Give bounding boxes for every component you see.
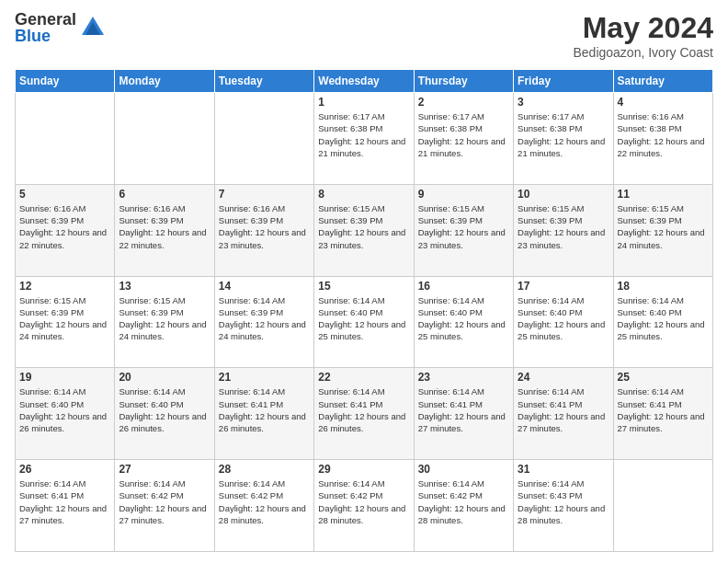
calendar-cell: 24Sunrise: 6:14 AM Sunset: 6:41 PM Dayli… — [514, 368, 613, 460]
calendar-cell: 11Sunrise: 6:15 AM Sunset: 6:39 PM Dayli… — [613, 184, 712, 276]
weekday-header: Wednesday — [314, 70, 414, 93]
weekday-header: Friday — [514, 70, 613, 93]
calendar-table: SundayMondayTuesdayWednesdayThursdayFrid… — [15, 69, 713, 552]
day-info: Sunrise: 6:16 AM Sunset: 6:39 PM Dayligh… — [119, 202, 210, 251]
calendar-cell: 9Sunrise: 6:15 AM Sunset: 6:39 PM Daylig… — [414, 184, 513, 276]
location: Bedigoazon, Ivory Coast — [573, 45, 713, 60]
day-info: Sunrise: 6:14 AM Sunset: 6:41 PM Dayligh… — [418, 385, 509, 434]
calendar-cell: 23Sunrise: 6:14 AM Sunset: 6:41 PM Dayli… — [414, 368, 513, 460]
calendar-cell: 25Sunrise: 6:14 AM Sunset: 6:41 PM Dayli… — [613, 368, 712, 460]
day-info: Sunrise: 6:14 AM Sunset: 6:41 PM Dayligh… — [219, 385, 310, 434]
calendar-cell: 5Sunrise: 6:16 AM Sunset: 6:39 PM Daylig… — [16, 184, 115, 276]
calendar-cell — [16, 93, 115, 185]
day-info: Sunrise: 6:17 AM Sunset: 6:38 PM Dayligh… — [518, 110, 609, 159]
calendar-week-row: 19Sunrise: 6:14 AM Sunset: 6:40 PM Dayli… — [16, 368, 713, 460]
day-info: Sunrise: 6:14 AM Sunset: 6:40 PM Dayligh… — [418, 294, 509, 343]
calendar-cell: 28Sunrise: 6:14 AM Sunset: 6:42 PM Dayli… — [214, 460, 313, 552]
calendar-cell: 15Sunrise: 6:14 AM Sunset: 6:40 PM Dayli… — [314, 276, 414, 368]
calendar-cell: 30Sunrise: 6:14 AM Sunset: 6:42 PM Dayli… — [414, 460, 513, 552]
day-number: 10 — [518, 188, 609, 201]
logo-general: General — [15, 11, 76, 28]
calendar-cell: 27Sunrise: 6:14 AM Sunset: 6:42 PM Dayli… — [115, 460, 214, 552]
calendar-week-row: 5Sunrise: 6:16 AM Sunset: 6:39 PM Daylig… — [16, 184, 713, 276]
day-number: 18 — [618, 280, 709, 293]
calendar-cell: 3Sunrise: 6:17 AM Sunset: 6:38 PM Daylig… — [514, 93, 613, 185]
day-info: Sunrise: 6:17 AM Sunset: 6:38 PM Dayligh… — [418, 110, 509, 159]
calendar-cell: 4Sunrise: 6:16 AM Sunset: 6:38 PM Daylig… — [613, 93, 712, 185]
day-info: Sunrise: 6:14 AM Sunset: 6:39 PM Dayligh… — [219, 294, 310, 343]
day-number: 7 — [219, 188, 310, 201]
day-number: 17 — [518, 280, 609, 293]
day-number: 21 — [219, 371, 310, 384]
day-number: 19 — [19, 371, 110, 384]
day-info: Sunrise: 6:16 AM Sunset: 6:39 PM Dayligh… — [19, 202, 110, 251]
day-number: 13 — [119, 280, 210, 293]
day-info: Sunrise: 6:17 AM Sunset: 6:38 PM Dayligh… — [318, 110, 409, 159]
day-info: Sunrise: 6:14 AM Sunset: 6:42 PM Dayligh… — [119, 477, 210, 526]
day-number: 15 — [318, 280, 409, 293]
day-number: 28 — [219, 463, 310, 476]
calendar-header-row: SundayMondayTuesdayWednesdayThursdayFrid… — [16, 70, 713, 93]
day-number: 25 — [618, 371, 709, 384]
day-number: 29 — [318, 463, 409, 476]
day-info: Sunrise: 6:14 AM Sunset: 6:41 PM Dayligh… — [318, 385, 409, 434]
day-info: Sunrise: 6:15 AM Sunset: 6:39 PM Dayligh… — [19, 294, 110, 343]
weekday-header: Saturday — [613, 70, 712, 93]
day-number: 30 — [418, 463, 509, 476]
logo-icon — [80, 15, 106, 40]
day-info: Sunrise: 6:14 AM Sunset: 6:42 PM Dayligh… — [219, 477, 310, 526]
day-number: 22 — [318, 371, 409, 384]
calendar-cell — [214, 93, 313, 185]
day-number: 14 — [219, 280, 310, 293]
day-number: 1 — [318, 96, 409, 109]
day-info: Sunrise: 6:14 AM Sunset: 6:40 PM Dayligh… — [618, 294, 709, 343]
day-number: 23 — [418, 371, 509, 384]
day-info: Sunrise: 6:14 AM Sunset: 6:40 PM Dayligh… — [518, 294, 609, 343]
calendar-cell: 10Sunrise: 6:15 AM Sunset: 6:39 PM Dayli… — [514, 184, 613, 276]
calendar-cell: 16Sunrise: 6:14 AM Sunset: 6:40 PM Dayli… — [414, 276, 513, 368]
day-info: Sunrise: 6:15 AM Sunset: 6:39 PM Dayligh… — [318, 202, 409, 251]
calendar-cell: 2Sunrise: 6:17 AM Sunset: 6:38 PM Daylig… — [414, 93, 513, 185]
calendar-cell: 18Sunrise: 6:14 AM Sunset: 6:40 PM Dayli… — [613, 276, 712, 368]
day-number: 8 — [318, 188, 409, 201]
day-info: Sunrise: 6:14 AM Sunset: 6:41 PM Dayligh… — [19, 477, 110, 526]
day-info: Sunrise: 6:14 AM Sunset: 6:40 PM Dayligh… — [318, 294, 409, 343]
day-number: 5 — [19, 188, 110, 201]
day-number: 2 — [418, 96, 509, 109]
day-info: Sunrise: 6:14 AM Sunset: 6:40 PM Dayligh… — [19, 385, 110, 434]
day-number: 16 — [418, 280, 509, 293]
calendar-cell: 17Sunrise: 6:14 AM Sunset: 6:40 PM Dayli… — [514, 276, 613, 368]
day-number: 31 — [518, 463, 609, 476]
day-number: 11 — [618, 188, 709, 201]
logo: General Blue — [15, 11, 106, 44]
day-number: 20 — [119, 371, 210, 384]
calendar-cell: 7Sunrise: 6:16 AM Sunset: 6:39 PM Daylig… — [214, 184, 313, 276]
day-number: 12 — [19, 280, 110, 293]
day-info: Sunrise: 6:14 AM Sunset: 6:42 PM Dayligh… — [318, 477, 409, 526]
weekday-header: Monday — [115, 70, 214, 93]
day-number: 24 — [518, 371, 609, 384]
day-info: Sunrise: 6:14 AM Sunset: 6:42 PM Dayligh… — [418, 477, 509, 526]
calendar-week-row: 26Sunrise: 6:14 AM Sunset: 6:41 PM Dayli… — [16, 460, 713, 552]
weekday-header: Tuesday — [214, 70, 313, 93]
month-title: May 2024 — [573, 11, 713, 45]
day-info: Sunrise: 6:15 AM Sunset: 6:39 PM Dayligh… — [119, 294, 210, 343]
calendar-cell — [115, 93, 214, 185]
calendar-cell: 14Sunrise: 6:14 AM Sunset: 6:39 PM Dayli… — [214, 276, 313, 368]
calendar-cell: 13Sunrise: 6:15 AM Sunset: 6:39 PM Dayli… — [115, 276, 214, 368]
day-number: 6 — [119, 188, 210, 201]
day-number: 26 — [19, 463, 110, 476]
day-number: 27 — [119, 463, 210, 476]
day-number: 9 — [418, 188, 509, 201]
calendar-week-row: 1Sunrise: 6:17 AM Sunset: 6:38 PM Daylig… — [16, 93, 713, 185]
title-block: May 2024 Bedigoazon, Ivory Coast — [573, 11, 713, 60]
day-info: Sunrise: 6:15 AM Sunset: 6:39 PM Dayligh… — [518, 202, 609, 251]
day-info: Sunrise: 6:15 AM Sunset: 6:39 PM Dayligh… — [618, 202, 709, 251]
header: General Blue May 2024 Bedigoazon, Ivory … — [15, 11, 713, 60]
weekday-header: Thursday — [414, 70, 513, 93]
calendar-cell: 6Sunrise: 6:16 AM Sunset: 6:39 PM Daylig… — [115, 184, 214, 276]
day-number: 4 — [618, 96, 709, 109]
calendar-week-row: 12Sunrise: 6:15 AM Sunset: 6:39 PM Dayli… — [16, 276, 713, 368]
calendar-cell — [613, 460, 712, 552]
day-info: Sunrise: 6:14 AM Sunset: 6:43 PM Dayligh… — [518, 477, 609, 526]
